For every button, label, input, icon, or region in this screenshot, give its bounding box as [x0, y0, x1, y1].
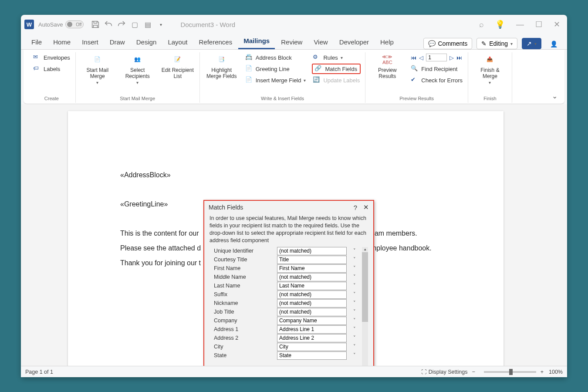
find-recipient-button[interactable]: 🔍Find Recipient: [410, 64, 463, 74]
tab-design[interactable]: Design: [131, 36, 162, 49]
rules-button[interactable]: ⚙Rules: [312, 52, 361, 63]
tab-file[interactable]: File: [26, 36, 47, 49]
zoom-level[interactable]: 100%: [549, 369, 563, 375]
ribbon: ✉Envelopes 🏷Labels Create 📄Start Mail Me…: [24, 50, 564, 104]
field-row: First Name: [210, 264, 358, 273]
field-row: Suffix: [210, 291, 358, 299]
minimize-icon[interactable]: —: [516, 20, 524, 29]
qat-icon[interactable]: ▢: [130, 20, 139, 29]
greeting-line-button[interactable]: 📄Greeting Line: [244, 64, 307, 74]
save-icon[interactable]: [91, 20, 100, 29]
insert-merge-field-button[interactable]: 📄Insert Merge Field: [244, 75, 307, 85]
field-row: State: [210, 351, 358, 360]
tab-mailings[interactable]: Mailings: [238, 34, 275, 49]
field-label: Suffix: [210, 291, 277, 297]
field-row: Middle Name: [210, 273, 358, 281]
prev-record-icon[interactable]: ◁: [419, 54, 423, 61]
field-row: Address 2: [210, 334, 358, 342]
display-settings-button[interactable]: ⛶ Display Settings: [421, 369, 467, 375]
undo-icon[interactable]: [104, 20, 113, 29]
field-select[interactable]: [277, 247, 347, 255]
field-select[interactable]: [277, 299, 347, 308]
tab-draw[interactable]: Draw: [105, 36, 130, 49]
autosave-label: AutoSave: [38, 21, 63, 28]
group-start-mail-merge: 📄Start Mail Merge 👥Select Recipients 📝Ed…: [76, 52, 200, 103]
zoom-out-icon[interactable]: −: [472, 369, 475, 375]
check-errors-button[interactable]: ✔Check for Errors: [410, 75, 463, 85]
tab-review[interactable]: Review: [276, 36, 308, 49]
zoom-slider[interactable]: [484, 371, 536, 373]
preview-results-button[interactable]: ≪≫ABCPreview Results: [370, 52, 405, 79]
field-label: Address 2: [210, 335, 277, 341]
record-number-input[interactable]: [426, 54, 447, 61]
maximize-icon[interactable]: ☐: [535, 20, 542, 29]
search-icon[interactable]: ⌕: [479, 20, 484, 29]
field-select[interactable]: [277, 291, 347, 299]
tab-layout[interactable]: Layout: [162, 36, 193, 49]
field-row: Address 1: [210, 325, 358, 334]
redo-icon[interactable]: [117, 20, 126, 29]
next-record-icon[interactable]: ▷: [449, 54, 454, 61]
field-select[interactable]: [277, 273, 347, 281]
field-label: Middle Name: [210, 274, 277, 280]
field-row: Job Title: [210, 308, 358, 316]
tab-developer[interactable]: Developer: [334, 36, 374, 49]
dialog-help-icon[interactable]: ?: [354, 204, 357, 211]
zoom-in-icon[interactable]: +: [541, 369, 544, 375]
highlight-merge-fields-button[interactable]: 📑Highlight Merge Fields: [204, 52, 239, 79]
field-select[interactable]: [277, 308, 347, 316]
last-record-icon[interactable]: ⏭: [456, 54, 462, 61]
autosave-toggle[interactable]: Off: [65, 20, 84, 28]
field-select[interactable]: [277, 264, 347, 273]
update-labels-button: 🔄Update Labels: [312, 75, 361, 85]
select-recipients-button[interactable]: 👥Select Recipients: [120, 52, 155, 85]
field-label: City: [210, 344, 277, 350]
dialog-scrollbar[interactable]: ▴▾: [362, 247, 368, 366]
titlebar: W AutoSave Off ▢ ▤ Document3 - Word ⌕ 💡 …: [21, 15, 567, 34]
field-select[interactable]: [277, 343, 347, 351]
first-record-icon[interactable]: ⏮: [411, 54, 416, 61]
qat-icon[interactable]: ▤: [143, 20, 152, 29]
field-label: Address 1: [210, 326, 277, 332]
labels-button[interactable]: 🏷Labels: [32, 64, 71, 74]
tab-references[interactable]: References: [193, 36, 237, 49]
share-button[interactable]: ↗: [522, 38, 541, 49]
match-fields-dialog: Match Fields ? ✕ In order to use special…: [203, 200, 374, 366]
comments-button[interactable]: 💬 Comments: [423, 38, 473, 49]
close-icon[interactable]: ✕: [554, 20, 560, 29]
dialog-close-icon[interactable]: ✕: [363, 203, 369, 211]
tab-view[interactable]: View: [308, 36, 333, 49]
field-select[interactable]: [277, 282, 347, 290]
page-indicator[interactable]: Page 1 of 1: [25, 369, 53, 375]
field-label: Company: [210, 318, 277, 324]
record-nav: ⏮ ◁ ▷ ⏭: [410, 52, 463, 63]
field-row: Unique Identifier: [210, 247, 358, 255]
field-row: Company: [210, 317, 358, 325]
field-row: City: [210, 343, 358, 351]
finish-merge-button[interactable]: 📤Finish & Merge: [473, 52, 507, 85]
help-icon[interactable]: 💡: [495, 20, 505, 29]
qat-more-icon[interactable]: [156, 20, 166, 29]
editing-button[interactable]: ✎ Editing: [476, 38, 517, 49]
tab-insert[interactable]: Insert: [77, 36, 104, 49]
field-row: Courtesy Title: [210, 256, 358, 264]
field-select[interactable]: [277, 317, 347, 325]
field-select[interactable]: [277, 325, 347, 334]
field-select[interactable]: [277, 256, 347, 264]
tab-home[interactable]: Home: [48, 36, 76, 49]
start-mail-merge-button[interactable]: 📄Start Mail Merge: [80, 52, 115, 85]
match-fields-button[interactable]: 🔗Match Fields: [312, 64, 361, 74]
field-label: Last Name: [210, 283, 277, 289]
group-preview-results: ≪≫ABCPreview Results ⏮ ◁ ▷ ⏭ 🔍Find Recip…: [365, 52, 468, 103]
ribbon-collapse-icon[interactable]: ⌄: [549, 89, 560, 103]
group-write-insert: 📑Highlight Merge Fields 📇Address Block 📄…: [200, 52, 366, 103]
envelopes-button[interactable]: ✉Envelopes: [32, 52, 71, 63]
field-label: State: [210, 352, 277, 358]
tab-help[interactable]: Help: [375, 36, 399, 49]
edit-recipient-list-button[interactable]: 📝Edit Recipient List: [160, 52, 195, 79]
address-block-button[interactable]: 📇Address Block: [244, 52, 307, 63]
field-select[interactable]: [277, 334, 347, 342]
account-icon[interactable]: 👤: [546, 39, 562, 49]
field-select[interactable]: [277, 351, 347, 360]
dialog-titlebar: Match Fields ? ✕: [204, 201, 373, 214]
